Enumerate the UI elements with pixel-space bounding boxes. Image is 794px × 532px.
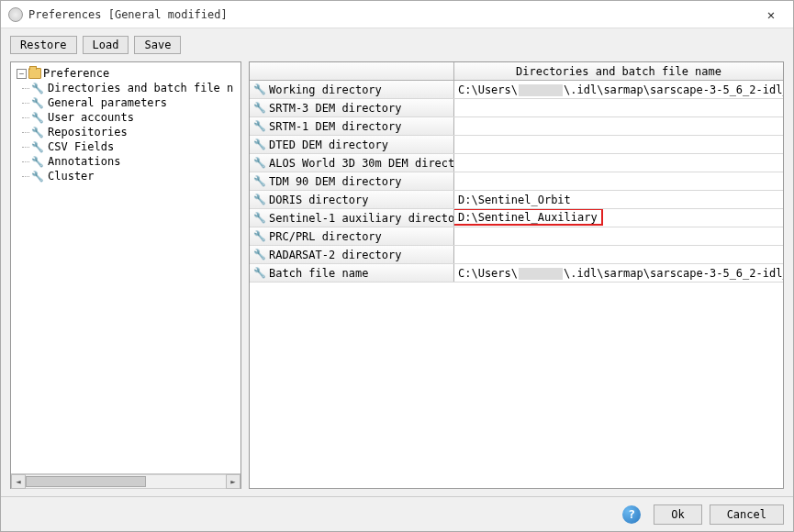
- tree-body: − Preference 🔧 Directories and batch fil…: [11, 62, 240, 473]
- row-value[interactable]: D:\Sentinel_Orbit: [454, 191, 783, 208]
- row-value[interactable]: C:\Users\\.idl\sarmap\sarscape-3-5_6_2-i…: [454, 264, 783, 282]
- wrench-icon: 🔧: [31, 126, 44, 139]
- row-label: DTED DEM directory: [269, 136, 388, 153]
- row-label: RADARSAT-2 directory: [269, 246, 402, 263]
- scroll-track[interactable]: [26, 474, 226, 489]
- content-area: − Preference 🔧 Directories and batch fil…: [1, 61, 793, 496]
- header-col2: Directories and batch file name: [454, 62, 783, 80]
- toolbar: Restore Load Save: [1, 28, 793, 61]
- row-value[interactable]: [454, 246, 783, 263]
- wrench-icon: 🔧: [253, 102, 266, 115]
- wrench-icon: 🔧: [31, 96, 44, 109]
- row-label: ALOS World 3D 30m DEM directory: [269, 154, 454, 172]
- tree-item-label: Cluster: [48, 170, 95, 183]
- wrench-icon: 🔧: [253, 120, 266, 133]
- wrench-icon: 🔧: [31, 111, 44, 124]
- row-value[interactable]: [454, 117, 783, 135]
- table-row[interactable]: 🔧TDM 90 DEM directory: [250, 172, 783, 191]
- highlighted-value: D:\Sentinel_Auxiliary: [454, 209, 603, 226]
- wrench-icon: 🔧: [253, 249, 266, 261]
- tree-item-label: Repositories: [48, 126, 128, 139]
- tree-item-label: CSV Fields: [48, 140, 114, 153]
- collapse-icon[interactable]: −: [17, 69, 27, 79]
- table-row[interactable]: 🔧SRTM-3 DEM directory: [250, 99, 783, 117]
- row-label: PRC/PRL directory: [269, 227, 382, 245]
- table-row[interactable]: 🔧DTED DEM directory: [250, 136, 783, 154]
- row-label: SRTM-3 DEM directory: [269, 99, 402, 116]
- tree-item-directories[interactable]: 🔧 Directories and batch file n: [29, 81, 239, 95]
- row-value[interactable]: C:\Users\\.idl\sarmap\sarscape-3-5_6_2-i…: [454, 81, 783, 98]
- tree-pane: − Preference 🔧 Directories and batch fil…: [10, 61, 241, 489]
- row-value[interactable]: [454, 172, 783, 190]
- row-label: Sentinel-1 auxiliary directory: [269, 209, 454, 227]
- tree-hscrollbar[interactable]: ◄ ►: [11, 473, 240, 488]
- row-label: TDM 90 DEM directory: [269, 172, 402, 190]
- row-value[interactable]: [454, 136, 783, 153]
- folder-icon: [28, 68, 41, 79]
- titlebar: Preferences [General modified] ✕: [1, 1, 793, 28]
- wrench-icon: 🔧: [31, 82, 44, 94]
- table-row[interactable]: 🔧PRC/PRL directory: [250, 227, 783, 246]
- row-label: Working directory: [269, 81, 382, 98]
- tree-item-cluster[interactable]: 🔧 Cluster: [29, 169, 239, 183]
- tree-root[interactable]: − Preference: [13, 66, 239, 81]
- tree-item-general[interactable]: 🔧 General parameters: [29, 95, 239, 110]
- tree-item-label: General parameters: [48, 96, 167, 109]
- tree-item-label: Directories and batch file n: [48, 82, 233, 94]
- table-row[interactable]: 🔧Sentinel-1 auxiliary directory D:\Senti…: [250, 209, 783, 227]
- wrench-icon: 🔧: [253, 230, 266, 243]
- tree-item-csv[interactable]: 🔧 CSV Fields: [29, 139, 239, 154]
- wrench-icon: 🔧: [253, 212, 266, 225]
- wrench-icon: 🔧: [253, 83, 266, 96]
- tree-item-repositories[interactable]: 🔧 Repositories: [29, 125, 239, 139]
- save-button[interactable]: Save: [134, 36, 181, 54]
- wrench-icon: 🔧: [31, 155, 44, 168]
- table-row[interactable]: 🔧SRTM-1 DEM directory: [250, 117, 783, 136]
- tree-item-annotations[interactable]: 🔧 Annotations: [29, 154, 239, 169]
- app-icon: [8, 7, 23, 22]
- tree-root-label: Preference: [43, 67, 109, 80]
- table-row[interactable]: 🔧Batch file name C:\Users\\.idl\sarmap\s…: [250, 264, 783, 283]
- scroll-thumb[interactable]: [26, 476, 146, 487]
- wrench-icon: 🔧: [253, 157, 266, 170]
- wrench-icon: 🔧: [31, 140, 44, 153]
- row-label: SRTM-1 DEM directory: [269, 117, 402, 135]
- window-title: Preferences [General modified]: [28, 8, 756, 21]
- cancel-button[interactable]: Cancel: [710, 504, 784, 525]
- table-header: Directories and batch file name: [250, 62, 783, 81]
- wrench-icon: 🔧: [31, 170, 44, 183]
- redacted-text: [519, 268, 563, 280]
- tree-children: 🔧 Directories and batch file n 🔧 General…: [13, 81, 239, 183]
- ok-button[interactable]: Ok: [654, 504, 701, 525]
- table-row[interactable]: 🔧DORIS directory D:\Sentinel_Orbit: [250, 191, 783, 209]
- wrench-icon: 🔧: [253, 175, 266, 188]
- header-col1: [250, 62, 454, 80]
- row-value[interactable]: D:\Sentinel_Auxiliary: [454, 209, 783, 227]
- row-label: DORIS directory: [269, 191, 368, 208]
- row-value[interactable]: [454, 227, 783, 245]
- wrench-icon: 🔧: [253, 194, 266, 206]
- table-row[interactable]: 🔧Working directory C:\Users\\.idl\sarmap…: [250, 81, 783, 99]
- scroll-left-icon[interactable]: ◄: [11, 474, 26, 489]
- table-row[interactable]: 🔧RADARSAT-2 directory: [250, 246, 783, 264]
- table-row[interactable]: 🔧ALOS World 3D 30m DEM directory: [250, 154, 783, 172]
- help-icon[interactable]: ?: [622, 505, 641, 524]
- footer: ? Ok Cancel: [1, 496, 793, 531]
- preferences-window: Preferences [General modified] ✕ Restore…: [0, 0, 794, 532]
- scroll-right-icon[interactable]: ►: [226, 474, 240, 489]
- row-value[interactable]: [454, 154, 783, 172]
- row-label: Batch file name: [269, 264, 368, 282]
- tree-item-users[interactable]: 🔧 User accounts: [29, 110, 239, 125]
- properties-table: Directories and batch file name 🔧Working…: [249, 61, 784, 489]
- tree-item-label: User accounts: [48, 111, 134, 124]
- tree-item-label: Annotations: [48, 155, 120, 168]
- row-value[interactable]: [454, 99, 783, 116]
- close-button[interactable]: ✕: [756, 4, 786, 26]
- redacted-text: [519, 84, 563, 96]
- wrench-icon: 🔧: [253, 139, 266, 151]
- wrench-icon: 🔧: [253, 267, 266, 280]
- restore-button[interactable]: Restore: [10, 36, 77, 54]
- load-button[interactable]: Load: [83, 36, 129, 54]
